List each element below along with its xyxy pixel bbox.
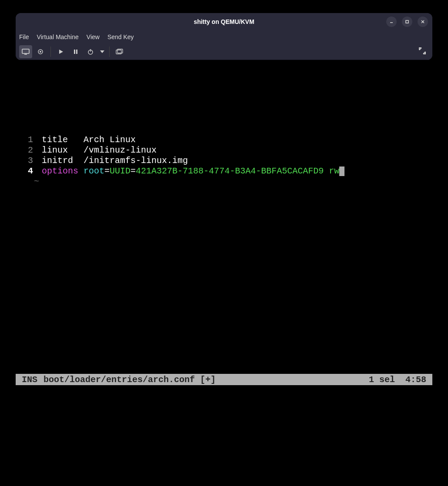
window-title: shitty on QEMU/KVM [194,18,254,25]
line-content: options root=UUID=421A327B-7188-4774-B3A… [42,166,344,176]
minimize-button[interactable] [386,17,397,27]
cursor [339,166,344,176]
menu-view[interactable]: View [87,33,100,40]
editor-statusbar: INS boot/loader/entries/arch.conf [+] 1 … [16,374,432,385]
svg-rect-15 [117,49,123,53]
svg-rect-9 [74,50,75,54]
editor-mode: INS [22,375,37,385]
close-button[interactable] [418,17,428,27]
terminal-background [0,0,448,486]
power-dropdown[interactable] [99,45,106,58]
editor-line[interactable]: 2linux /vmlinuz-linux [16,145,432,156]
line-content: title Arch Linux [42,135,136,145]
menu-virtual-machine[interactable]: Virtual Machine [37,33,79,40]
editor-line[interactable]: 1title Arch Linux [16,135,432,145]
details-button[interactable] [34,45,47,58]
line-number: 2 [16,145,42,156]
svg-marker-13 [100,50,104,53]
fullscreen-button[interactable] [418,47,426,57]
window-controls [386,17,428,27]
menubar: File Virtual Machine View Send Key [16,30,432,43]
line-number: 3 [16,156,42,166]
titlebar: shitty on QEMU/KVM [16,13,432,30]
editor-line[interactable]: 4options root=UUID=421A327B-7188-4774-B3… [16,166,432,176]
run-button[interactable] [54,45,67,58]
svg-point-7 [40,51,41,53]
svg-rect-4 [22,49,29,53]
editor-area[interactable]: 1title Arch Linux2linux /vmlinuz-linux3i… [16,135,432,187]
menu-send-key[interactable]: Send Key [107,33,134,40]
snapshots-button[interactable] [113,45,126,58]
svg-marker-8 [59,50,63,54]
editor-position: 1 sel 4:58 [369,375,426,385]
editor-line[interactable]: 3initrd /initramfs-linux.img [16,156,432,166]
editor-empty-line: ~ [16,176,432,187]
svg-rect-1 [406,20,408,23]
power-button[interactable] [84,45,97,58]
toolbar [16,43,432,60]
toolbar-separator [50,47,51,57]
line-content: initrd /initramfs-linux.img [42,156,188,166]
toolbar-separator [109,47,110,57]
pause-button[interactable] [69,45,82,58]
line-number: 1 [16,135,42,145]
menu-file[interactable]: File [19,33,29,40]
editor-filename: boot/loader/entries/arch.conf [+] [43,375,216,385]
line-content: linux /vmlinuz-linux [42,145,157,156]
svg-rect-14 [116,50,121,54]
line-number: 4 [16,166,42,176]
maximize-button[interactable] [402,17,412,27]
svg-rect-10 [76,50,77,54]
console-button[interactable] [19,45,32,58]
vm-window: shitty on QEMU/KVM File Virtual Machine … [16,13,432,60]
